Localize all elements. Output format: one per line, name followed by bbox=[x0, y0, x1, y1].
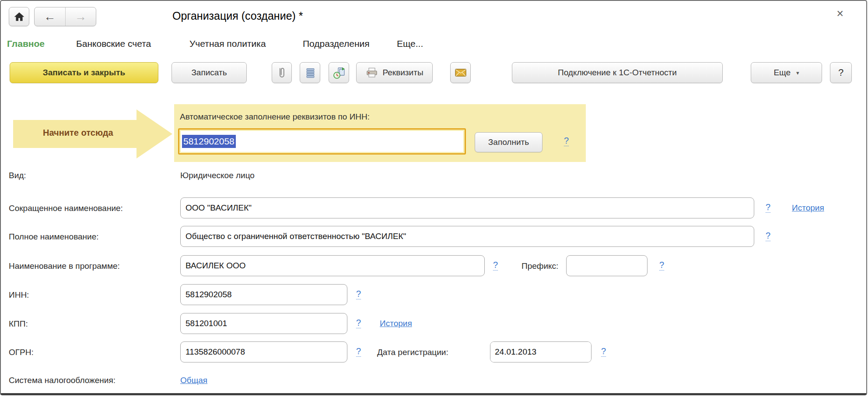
inn-label: ИНН: bbox=[9, 290, 29, 300]
close-icon[interactable]: × bbox=[836, 8, 844, 20]
tax-system-link[interactable]: Общая bbox=[180, 376, 207, 385]
change-history-button[interactable] bbox=[329, 62, 349, 83]
full-name-label: Полное наименование: bbox=[9, 232, 99, 242]
forward-arrow-icon: → bbox=[75, 11, 87, 23]
help-button-label: ? bbox=[838, 67, 844, 78]
program-name-label: Наименование в программе: bbox=[9, 261, 120, 271]
short-name-label: Сокращенное наименование: bbox=[9, 204, 123, 213]
requisites-label: Реквизиты bbox=[382, 68, 423, 77]
tab-bankovskie-scheta[interactable]: Банковские счета bbox=[76, 39, 151, 49]
kpp-history-link[interactable]: История bbox=[380, 319, 412, 328]
history-nav-group: ← → bbox=[34, 7, 96, 26]
connect-1c-reporting-button[interactable]: Подключение к 1С-Отчетности bbox=[512, 62, 723, 83]
home-icon bbox=[14, 11, 25, 22]
reg-date-input[interactable] bbox=[490, 342, 592, 362]
ogrn-help-link[interactable]: ? bbox=[356, 346, 361, 357]
tab-more[interactable]: Еще... bbox=[397, 39, 423, 49]
short-name-history-link[interactable]: История bbox=[792, 203, 824, 213]
tab-uchetnaya-politika[interactable]: Учетная политика bbox=[189, 39, 266, 49]
fill-button-label: Заполнить bbox=[488, 137, 529, 147]
tab-glavnoe[interactable]: Главное bbox=[7, 39, 45, 49]
program-name-help-link[interactable]: ? bbox=[493, 260, 498, 271]
reg-date-help-link[interactable]: ? bbox=[601, 346, 606, 357]
ogrn-label: ОГРН: bbox=[9, 348, 34, 357]
attach-file-button[interactable] bbox=[272, 62, 292, 83]
save-label: Записать bbox=[191, 68, 227, 77]
requisites-print-button[interactable]: Реквизиты bbox=[356, 62, 433, 83]
chevron-down-icon: ▾ bbox=[796, 70, 799, 76]
inn-selected-text: 5812902058 bbox=[182, 135, 236, 148]
more-actions-button[interactable]: Еще ▾ bbox=[751, 62, 822, 83]
inn-autofill-input[interactable]: 5812902058 bbox=[178, 128, 466, 155]
page-title: Организация (создание) * bbox=[172, 10, 303, 22]
more-actions-label: Еще bbox=[774, 68, 791, 77]
autofill-help-link[interactable]: ? bbox=[564, 136, 569, 146]
paperclip-icon bbox=[276, 66, 288, 79]
save-button[interactable]: Записать bbox=[172, 62, 247, 83]
kpp-help-link[interactable]: ? bbox=[356, 318, 361, 328]
forward-button[interactable]: → bbox=[65, 7, 96, 26]
help-button[interactable]: ? bbox=[830, 62, 852, 83]
stacked-list-icon bbox=[304, 67, 316, 79]
fill-button[interactable]: Заполнить bbox=[475, 132, 542, 152]
connect-1c-reporting-label: Подключение к 1С-Отчетности bbox=[558, 68, 677, 77]
organization-form-window: ← → Организация (создание) * × Главное Б… bbox=[0, 0, 867, 395]
printer-icon bbox=[365, 67, 378, 79]
full-name-help-link[interactable]: ? bbox=[766, 231, 770, 241]
save-and-close-button[interactable]: Записать и закрыть bbox=[10, 62, 158, 83]
prefix-help-link[interactable]: ? bbox=[659, 260, 664, 271]
program-name-input[interactable] bbox=[180, 255, 485, 276]
save-and-close-label: Записать и закрыть bbox=[43, 68, 125, 77]
vid-value: Юридическое лицо bbox=[180, 171, 255, 180]
back-button[interactable]: ← bbox=[35, 7, 65, 26]
kpp-input[interactable] bbox=[180, 313, 347, 334]
kpp-label: КПП: bbox=[9, 319, 28, 329]
inn-help-link[interactable]: ? bbox=[356, 289, 361, 299]
prefix-label: Префикс: bbox=[522, 261, 558, 271]
ogrn-input[interactable] bbox=[180, 341, 347, 362]
database-structure-button[interactable] bbox=[300, 62, 320, 83]
full-name-input[interactable] bbox=[180, 226, 754, 247]
tab-podrazdeleniya[interactable]: Подразделения bbox=[303, 39, 370, 49]
start-here-label: Начните отсюда bbox=[43, 128, 113, 138]
short-name-help-link[interactable]: ? bbox=[766, 202, 770, 213]
autofill-label: Автоматическое заполнение реквизитов по … bbox=[180, 112, 370, 122]
history-clock-documents-icon bbox=[332, 66, 346, 79]
inn-autofill-input-inner: 5812902058 bbox=[181, 131, 463, 152]
reg-date-field bbox=[490, 341, 592, 362]
prefix-input[interactable] bbox=[566, 255, 648, 276]
envelope-icon bbox=[455, 68, 467, 77]
reg-date-label: Дата регистрации: bbox=[377, 348, 448, 357]
send-email-button[interactable] bbox=[450, 62, 471, 83]
vid-label: Вид: bbox=[9, 171, 26, 180]
home-button[interactable] bbox=[9, 7, 29, 26]
inn-input[interactable] bbox=[180, 284, 347, 305]
back-arrow-icon: ← bbox=[44, 11, 56, 23]
short-name-input[interactable] bbox=[180, 197, 754, 218]
tax-system-label: Система налогообложения: bbox=[9, 376, 116, 385]
